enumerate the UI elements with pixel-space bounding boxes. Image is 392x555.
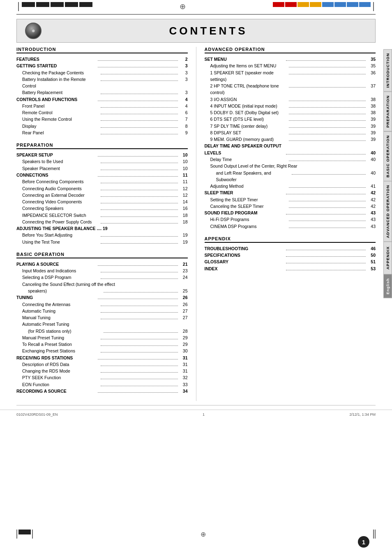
toc-manual-preset: Manual Preset Tuning 29 xyxy=(16,334,188,341)
tab-introduction[interactable]: INTRODUCTION xyxy=(383,49,392,92)
tab-basic-operation[interactable]: BASIC OPERATION xyxy=(383,131,392,181)
bottom-vert-line-left xyxy=(16,530,17,539)
toc-dots xyxy=(101,134,178,134)
toc-page: 29 xyxy=(180,334,188,341)
toc-label: TROUBLESHOOTING xyxy=(205,245,284,252)
toc-dots xyxy=(289,67,366,67)
toc-label: RECEIVING RDS STATIONS xyxy=(16,355,96,361)
toc-connections: CONNECTIONS 11 xyxy=(16,172,188,178)
toc-page: 26 xyxy=(180,294,188,301)
toc-label: Manual Preset Tuning xyxy=(22,334,99,341)
toc-dots xyxy=(286,154,366,154)
toc-dots xyxy=(98,265,178,266)
toc-page: 53 xyxy=(367,265,376,272)
toc-page: 8 xyxy=(180,123,188,129)
toc-label: Before You Start Adjusting xyxy=(22,232,99,238)
toc-dots xyxy=(101,196,178,197)
toc-cancel-sleep: Canceling the SLEEP Timer 42 xyxy=(205,203,376,210)
toc-dots xyxy=(101,272,178,272)
toc-page: 31 xyxy=(180,355,188,361)
toc-label: Setting the SLEEP Timer xyxy=(210,196,287,203)
toc-label: TUNING xyxy=(16,294,96,301)
toc-dots xyxy=(98,359,178,359)
toc-dots xyxy=(101,107,178,108)
toc-label: Input Modes and Indications xyxy=(22,267,99,274)
toc-label: Battery Replacement xyxy=(22,89,99,96)
toc-before-adjust: Before You Start Adjusting 19 xyxy=(16,232,188,238)
toc-delay-time: DELAY TIME AND SPEAKER OUTPUT xyxy=(205,143,376,149)
toc-page: 11 xyxy=(180,178,188,185)
right-tabs: INTRODUCTION PREPARATION BASIC OPERATION… xyxy=(383,49,392,298)
toc-io-assign: 3 I/O ASSIGN 38 xyxy=(205,96,376,103)
toc-dots xyxy=(292,174,366,175)
section-title-introduction: INTRODUCTION xyxy=(16,47,188,53)
toc-label: 6 DTS SET (DTS LFE level) xyxy=(210,116,287,122)
toc-page: 40 xyxy=(367,156,376,163)
toc-page: 39 xyxy=(367,129,376,136)
toc-delay-time-entry: Delay Time 40 xyxy=(205,156,376,163)
section-appendix: APPENDIX TROUBLESHOOTING 46 SPECIFICATIO… xyxy=(205,236,376,272)
color-block-blue4 xyxy=(359,2,371,7)
tab-appendix[interactable]: APPENDIX xyxy=(383,242,392,274)
toc-impedance: IMPEDANCE SELECTOR Switch 18 xyxy=(16,212,188,219)
toc-dots xyxy=(101,163,178,163)
toc-label: DELAY TIME AND SPEAKER OUTPUT xyxy=(205,143,376,149)
toc-label: Selecting a DSP Program xyxy=(22,274,99,281)
toc-using-remote: Using the Remote Control 7 xyxy=(16,116,188,122)
toc-dots xyxy=(101,306,178,306)
toc-label: Exchanging Preset Stations xyxy=(22,348,99,354)
toc-dots xyxy=(101,183,178,183)
toc-page: 4 xyxy=(180,96,188,103)
toc-label: GLOSSARY xyxy=(205,258,284,265)
toc-dots xyxy=(286,194,366,194)
toc-dots xyxy=(286,214,366,214)
toc-page: 37 xyxy=(367,83,376,89)
toc-battery-install: Battery Installation in the Remote Contr… xyxy=(16,76,188,90)
color-block-red xyxy=(273,2,284,7)
tab-advanced-operation[interactable]: ADVANCED OPERATION xyxy=(383,181,392,242)
toc-dots xyxy=(286,270,366,270)
toc-label: Connecting the Power Supply Cords xyxy=(22,219,99,225)
toc-recording: RECORDING A SOURCE 34 xyxy=(16,388,188,394)
footer-left: 0102V420RDS01-09_EN xyxy=(16,412,58,417)
toc-page: 18 xyxy=(180,219,188,225)
toc-dots xyxy=(101,203,178,203)
toc-dots xyxy=(101,339,178,339)
toc-page: 38 xyxy=(367,96,376,103)
toc-dots xyxy=(101,223,178,223)
toc-dots xyxy=(104,332,178,333)
toc-dots xyxy=(101,345,178,346)
bottom-separator xyxy=(16,405,376,405)
toc-dots xyxy=(101,386,178,386)
toc-page: 34 xyxy=(180,388,188,394)
block-2 xyxy=(36,2,49,7)
toc-dots xyxy=(286,256,366,257)
toc-label: RECORDING A SOURCE xyxy=(16,388,96,394)
cd-center xyxy=(32,29,35,32)
right-column: ADVANCED OPERATION SET MENU 35 Adjusting… xyxy=(196,47,376,401)
toc-label: Adjusting the Items on SET MENU xyxy=(210,62,287,69)
toc-display: Display 8 xyxy=(16,123,188,129)
toc-page: 39 xyxy=(367,123,376,129)
toc-page: 23 xyxy=(180,267,188,274)
toc-label: 4 INPUT MODE (initial input mode) xyxy=(210,103,287,109)
page-title: CONTENTS xyxy=(50,25,367,37)
toc-label: 7 SP DLY TIME (center delay) xyxy=(210,123,287,129)
color-block-blue3 xyxy=(347,2,358,7)
toc-getting-started: GETTING STARTED 3 xyxy=(16,62,188,69)
tab-english[interactable]: English xyxy=(383,274,392,298)
toc-troubleshooting: TROUBLESHOOTING 46 xyxy=(205,245,376,252)
toc-page: 2 xyxy=(180,56,188,62)
top-bar-right-blocks xyxy=(273,2,376,11)
section-title-appendix: APPENDIX xyxy=(205,236,376,243)
tab-preparation[interactable]: PREPARATION xyxy=(383,92,392,131)
toc-page: 35 xyxy=(367,62,376,69)
toc-label: 9 MEM. GUARD (memory guard) xyxy=(210,136,287,143)
toc-dots xyxy=(104,292,178,292)
toc-sp-dly: 7 SP DLY TIME (center delay) 39 xyxy=(205,123,376,129)
toc-dolby-set: 5 DOLBY D. SET (Dolby Digital set) 38 xyxy=(205,109,376,116)
bottom-vert-right-1 xyxy=(373,530,374,539)
toc-label: Connecting an External Decoder xyxy=(22,192,99,198)
toc-speaker-setup: SPEAKER SETUP 10 xyxy=(16,152,188,158)
toc-label: Display xyxy=(22,123,99,129)
